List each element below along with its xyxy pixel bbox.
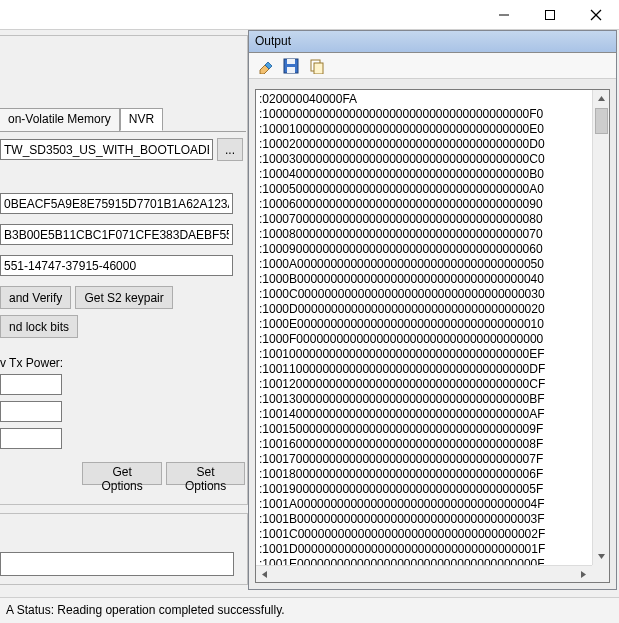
horizontal-scrollbar[interactable] bbox=[256, 565, 592, 582]
vertical-scrollbar[interactable] bbox=[592, 90, 609, 565]
output-title: Output bbox=[249, 31, 616, 53]
scroll-left-icon[interactable] bbox=[256, 566, 273, 583]
hex-field-2[interactable] bbox=[0, 224, 233, 245]
copy-icon[interactable] bbox=[309, 58, 325, 74]
file-path-input[interactable] bbox=[0, 139, 213, 160]
status-bar: A Status: Reading operation completed su… bbox=[0, 597, 619, 623]
maximize-button[interactable] bbox=[527, 0, 573, 30]
output-text[interactable]: :020000040000FA :10000000000000000000000… bbox=[256, 90, 592, 565]
save-icon[interactable] bbox=[283, 58, 299, 74]
eraser-icon[interactable] bbox=[257, 58, 273, 74]
hex-field-1[interactable] bbox=[0, 193, 233, 214]
scroll-right-icon[interactable] bbox=[575, 566, 592, 583]
scroll-down-icon[interactable] bbox=[593, 548, 610, 565]
output-panel: Output :020000040000FA :1000000000000000… bbox=[248, 30, 617, 590]
browse-button[interactable]: ... bbox=[217, 138, 243, 161]
option-field-2[interactable] bbox=[0, 401, 62, 422]
option-field-3[interactable] bbox=[0, 428, 62, 449]
status-text: A Status: Reading operation completed su… bbox=[6, 603, 285, 617]
window-titlebar bbox=[0, 0, 619, 30]
svg-rect-8 bbox=[314, 63, 323, 74]
lock-bits-button[interactable]: nd lock bits bbox=[0, 315, 78, 338]
tab-non-volatile-memory[interactable]: on-Volatile Memory bbox=[0, 108, 120, 131]
close-button[interactable] bbox=[573, 0, 619, 30]
scroll-corner bbox=[592, 565, 609, 582]
svg-rect-6 bbox=[287, 67, 295, 73]
set-options-button[interactable]: Set Options bbox=[166, 462, 245, 485]
svg-rect-5 bbox=[287, 59, 295, 64]
hex-field-3[interactable] bbox=[0, 255, 233, 276]
and-verify-button[interactable]: and Verify bbox=[0, 286, 71, 309]
minimize-button[interactable] bbox=[481, 0, 527, 30]
bottom-text-input[interactable] bbox=[0, 552, 234, 576]
tx-power-label: v Tx Power: bbox=[0, 356, 245, 370]
scroll-thumb[interactable] bbox=[595, 108, 608, 134]
option-field-1[interactable] bbox=[0, 374, 62, 395]
tab-nvr[interactable]: NVR bbox=[120, 108, 163, 131]
svg-rect-1 bbox=[546, 11, 555, 20]
get-s2-keypair-button[interactable]: Get S2 keypair bbox=[75, 286, 172, 309]
get-options-button[interactable]: Get Options bbox=[82, 462, 162, 485]
scroll-up-icon[interactable] bbox=[593, 90, 610, 107]
